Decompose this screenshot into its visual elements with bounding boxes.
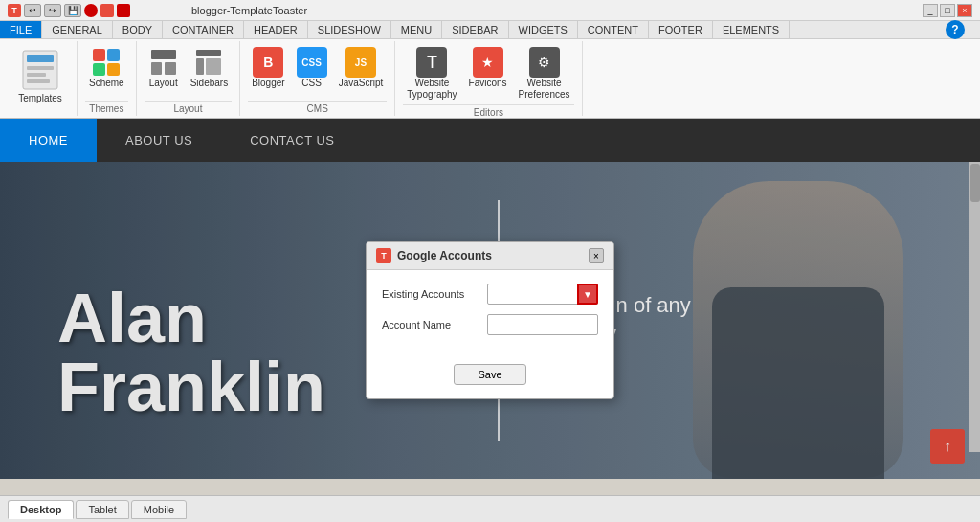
website-preferences-icon: ⚙ (529, 47, 560, 78)
tab-container[interactable]: CONTAINER (163, 21, 244, 38)
modal-body: Existing Accounts ▼ Account Name (367, 270, 613, 358)
js-icon-box: JS (345, 47, 376, 78)
nav-contact[interactable]: CONTACT US (221, 119, 363, 162)
existing-accounts-label: Existing Accounts (382, 288, 487, 300)
modal-close-button[interactable]: × (589, 248, 604, 263)
help-button[interactable]: ? (946, 20, 965, 39)
main-content: Alan Franklin Web design of any complexi… (0, 162, 980, 479)
tab-mobile[interactable]: Mobile (131, 500, 187, 519)
favicons-button[interactable]: ★ Favicons (465, 45, 511, 91)
svg-rect-7 (165, 62, 176, 75)
blogger-label: Blogger (252, 78, 284, 89)
css-label: CSS (301, 78, 322, 89)
modal-app-icon: T (376, 248, 391, 263)
window-controls: _ □ × (923, 4, 972, 17)
tab-slideshow[interactable]: SLIDESHOW (308, 21, 391, 38)
tab-header[interactable]: HEADER (244, 21, 308, 38)
editors-group-label: Editors (403, 104, 573, 118)
modal-title-left: T Google Accounts (376, 248, 492, 263)
javascript-label: JavaScript (339, 78, 384, 89)
ribbon: FILE GENERAL BODY CONTAINER HEADER SLIDE… (0, 21, 980, 119)
templates-icon (17, 47, 63, 93)
group-templates: Templates (4, 41, 78, 116)
layout-icon (148, 47, 179, 78)
close-button[interactable]: × (957, 4, 972, 17)
group-cms-items: B Blogger CSS CSS JS JavaScript (248, 43, 387, 99)
templates-label: Templates (18, 93, 62, 103)
tab-sidebar[interactable]: SIDEBAR (442, 21, 508, 38)
group-editors-items: T WebsiteTypography ★ Favicons ⚙ Website… (403, 43, 573, 102)
account-name-input[interactable] (487, 314, 598, 335)
group-themes-items: Scheme (85, 43, 128, 99)
layout-label: Layout (149, 78, 178, 89)
layout-button[interactable]: Layout (145, 45, 183, 91)
undo-button[interactable]: ↩ (24, 4, 41, 17)
tab-menu[interactable]: MENU (391, 21, 442, 38)
website-typography-label: WebsiteTypography (407, 78, 457, 101)
svg-rect-6 (151, 62, 162, 75)
scheme-icon (91, 47, 122, 78)
sidebars-button[interactable]: Sidebars (187, 45, 232, 91)
group-themes: Scheme Themes (78, 41, 137, 116)
javascript-button[interactable]: JS JavaScript (335, 45, 388, 91)
website-preferences-button[interactable]: ⚙ WebsitePreferences (515, 45, 574, 102)
group-templates-items: Templates (11, 43, 69, 114)
existing-accounts-row: Existing Accounts ▼ (382, 284, 598, 305)
minimize-button[interactable]: _ (923, 4, 938, 17)
fav-icon-box: ★ (473, 47, 503, 78)
nav-about[interactable]: ABOUT US (97, 119, 221, 162)
title-bar-left: T ↩ ↪ 💾 blogger-TemplateToaster (8, 4, 307, 17)
website-preferences-label: WebsitePreferences (519, 78, 570, 101)
javascript-icon: JS (345, 47, 376, 78)
ribbon-tabs: FILE GENERAL BODY CONTAINER HEADER SLIDE… (0, 21, 980, 39)
window-title: blogger-TemplateToaster (191, 5, 307, 16)
modal-title-text: Google Accounts (397, 249, 492, 262)
maximize-button[interactable]: □ (940, 4, 955, 17)
favicons-icon: ★ (473, 47, 503, 78)
account-name-input-wrap (487, 314, 598, 335)
layout-group-label: Layout (145, 101, 232, 114)
svg-rect-5 (151, 50, 176, 59)
tab-elements[interactable]: ELEMENTS (713, 21, 790, 38)
save-button[interactable]: 💾 (64, 4, 81, 17)
tab-content[interactable]: CONTENT (578, 21, 649, 38)
redo-button[interactable]: ↪ (44, 4, 61, 17)
account-name-row: Account Name (382, 314, 598, 335)
group-cms: B Blogger CSS CSS JS JavaScript C (240, 41, 395, 116)
tab-widgets[interactable]: WIDGETS (509, 21, 578, 38)
svg-rect-1 (27, 55, 54, 62)
sidebars-icon (193, 47, 224, 78)
css-icon-box: CSS (297, 47, 327, 78)
cms-group-label: CMS (248, 101, 387, 114)
group-layout: Layout Sidebars Layout (137, 41, 240, 116)
tab-body[interactable]: BODY (113, 21, 163, 38)
tab-footer[interactable]: FOOTER (649, 21, 713, 38)
modal-save-button[interactable]: Save (454, 364, 525, 385)
red-dot-icon (84, 4, 98, 17)
tab-general[interactable]: GENERAL (42, 21, 113, 38)
existing-accounts-dropdown-btn[interactable]: ▼ (577, 284, 598, 305)
svg-rect-3 (27, 73, 46, 77)
tab-file[interactable]: FILE (0, 21, 42, 38)
templates-button[interactable]: Templates (11, 45, 69, 105)
typography-icon-box: T (416, 47, 447, 78)
tab-desktop[interactable]: Desktop (8, 500, 74, 519)
existing-accounts-input-wrap: ▼ (487, 284, 598, 305)
blogger-button[interactable]: B Blogger (248, 45, 288, 91)
sidebars-label: Sidebars (190, 78, 228, 89)
scheme-button[interactable]: Scheme (85, 45, 128, 91)
website-typography-button[interactable]: T WebsiteTypography (403, 45, 460, 102)
nav-home[interactable]: HOME (0, 119, 97, 162)
css-button[interactable]: CSS CSS (293, 45, 331, 91)
group-layout-items: Layout Sidebars (145, 43, 232, 99)
title-bar: T ↩ ↪ 💾 blogger-TemplateToaster _ □ × (0, 0, 980, 21)
svg-rect-4 (27, 79, 50, 83)
stop-icon (117, 4, 130, 17)
blogger-icon: B (253, 47, 283, 78)
modal-footer: Save (367, 358, 613, 398)
svg-rect-10 (206, 58, 221, 75)
website-typography-icon: T (416, 47, 447, 78)
blogger-icon-box: B (253, 47, 283, 78)
tab-tablet[interactable]: Tablet (76, 500, 128, 519)
svg-rect-8 (196, 50, 221, 56)
